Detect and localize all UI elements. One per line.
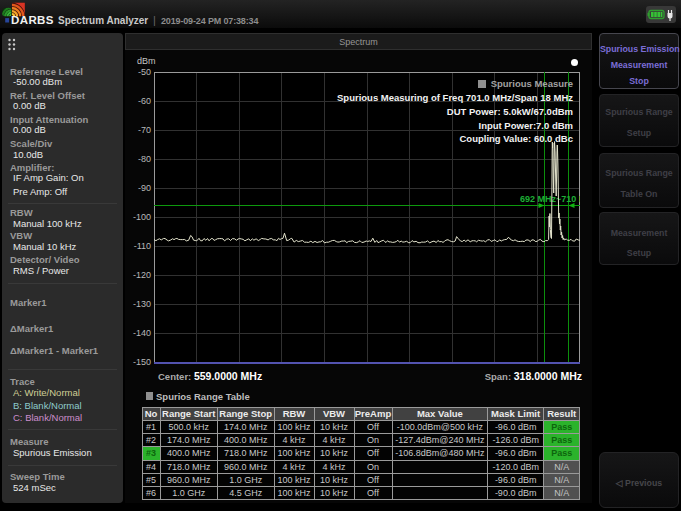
svg-text:692 MHz~710 MHz: 692 MHz~710 MHz xyxy=(520,194,580,204)
